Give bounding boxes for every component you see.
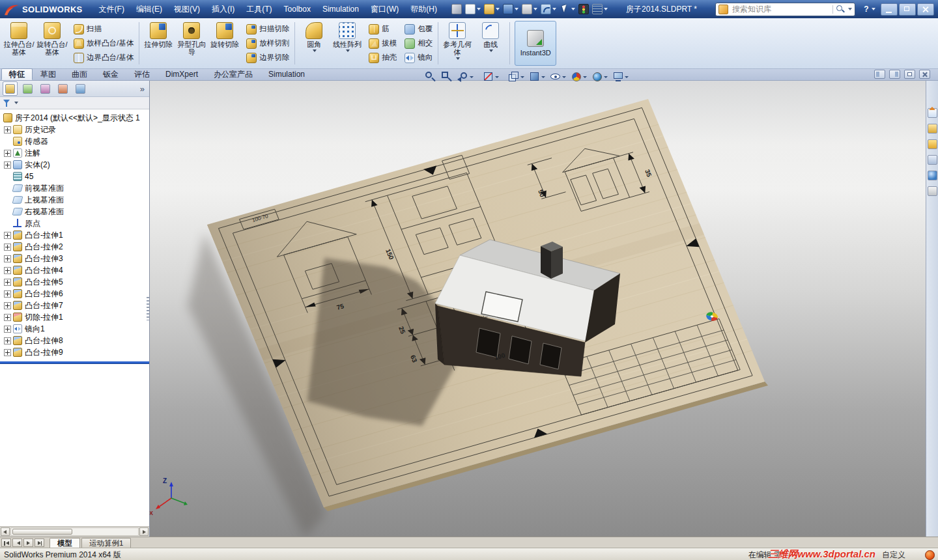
menu-item[interactable]: 插入(I) [206, 0, 240, 18]
tree-item[interactable]: 凸台-拉伸6 [0, 288, 149, 300]
pane-left-icon[interactable] [874, 70, 885, 79]
tree-item[interactable]: 注解 [0, 147, 149, 159]
undo-button[interactable] [540, 3, 557, 15]
previous-view-button[interactable] [456, 70, 475, 83]
model-tab[interactable]: 运动算例1 [81, 538, 131, 548]
file-explorer-icon[interactable] [928, 139, 937, 149]
sheet-properties-button[interactable] [591, 3, 608, 15]
refgeo-button[interactable]: 参考几何体 [441, 20, 474, 61]
scroll-prev-button[interactable] [12, 539, 22, 547]
menu-item[interactable]: Toolbox [278, 0, 317, 18]
tree-root-item[interactable]: 房子2014 (默认<<默认>_显示状态 1 [0, 112, 149, 124]
pattern-button[interactable]: 线性阵列 [331, 20, 363, 53]
tree-item[interactable]: 凸台-拉伸2 [0, 241, 149, 253]
knowledge-search[interactable] [715, 3, 855, 16]
stoplight-button[interactable] [578, 3, 590, 15]
revolve-button[interactable]: 旋转凸台/基体 [36, 20, 68, 57]
fillet-button[interactable]: 圆角 [298, 20, 330, 53]
draft-button[interactable]: 拔模 [367, 36, 399, 50]
status-custom-text[interactable]: 自定义 [882, 550, 905, 560]
expand-plus-icon[interactable] [4, 314, 11, 321]
hole-wizard-button[interactable]: 异型孔向导 [175, 20, 208, 57]
scrollbar-track[interactable] [10, 527, 139, 536]
expand-plus-icon[interactable] [4, 126, 11, 133]
home-icon[interactable] [928, 108, 937, 118]
dropdown-arrow-icon[interactable] [625, 76, 629, 78]
loft-button[interactable]: 放样凸台/基体 [72, 36, 135, 50]
expand-plus-icon[interactable] [4, 150, 11, 157]
restore-button[interactable] [899, 3, 916, 16]
tree-item[interactable]: 实体(2) [0, 159, 149, 171]
tree-item[interactable]: 上视基准面 [0, 194, 149, 206]
command-tab[interactable]: Simulation [261, 68, 313, 80]
apply-scene-button[interactable] [590, 70, 609, 83]
tree-item[interactable]: 镜向1 [0, 323, 149, 335]
boss-extrude-button[interactable]: 拉伸凸台/基体 [3, 20, 35, 57]
menu-item[interactable]: 视图(V) [168, 0, 206, 18]
sweep-button[interactable]: 扫描 [72, 22, 135, 36]
pane-right-icon[interactable] [889, 70, 900, 79]
scroll-last-button[interactable] [35, 539, 44, 547]
help-icon[interactable]: ? [862, 5, 871, 14]
intersect-button[interactable]: 相交 [403, 36, 434, 50]
tree-item[interactable]: 前视基准面 [0, 182, 149, 194]
expand-plus-icon[interactable] [4, 267, 11, 274]
appearances-icon[interactable] [928, 171, 937, 180]
dropdown-arrow-icon[interactable] [520, 76, 524, 78]
menu-item[interactable]: 文件(F) [93, 0, 130, 18]
new-document-button[interactable] [464, 3, 481, 15]
search-input[interactable] [731, 4, 830, 15]
design-library-icon[interactable] [928, 124, 937, 133]
command-tab[interactable]: 办公室产品 [206, 68, 261, 80]
pin-button[interactable] [451, 3, 462, 15]
search-scope-icon[interactable] [718, 5, 728, 14]
curves-button[interactable]: 曲线 [474, 20, 507, 53]
help-dropdown-arrow[interactable] [872, 8, 875, 10]
custom-properties-icon[interactable] [928, 186, 937, 196]
instant3d-button[interactable]: Instant3D [515, 21, 556, 66]
scrollbar-thumb[interactable] [12, 529, 72, 535]
dropdown-arrow-icon[interactable] [496, 8, 500, 10]
mirror-button[interactable]: 镜向 [403, 51, 434, 64]
hide-show-items-button[interactable] [548, 70, 567, 83]
tree-item[interactable]: 传感器 [0, 135, 149, 147]
menu-item[interactable]: 窗口(W) [365, 0, 405, 18]
command-tab[interactable]: 钣金 [95, 68, 126, 80]
shell-button[interactable]: 抽壳 [367, 51, 399, 64]
panel-horizontal-scrollbar[interactable] [0, 526, 149, 537]
tree-item[interactable]: 45 [0, 171, 149, 182]
minimize-button[interactable] [881, 3, 898, 16]
filter-funnel-icon[interactable] [3, 99, 11, 107]
tree-item[interactable]: 凸台-拉伸3 [0, 253, 149, 264]
scroll-left-button[interactable] [1, 527, 10, 536]
tree-item[interactable]: 历史记录 [0, 124, 149, 135]
feature-manager-tab[interactable] [3, 81, 18, 96]
splitter-grip[interactable] [147, 297, 149, 320]
tree-item[interactable]: 右视基准面 [0, 206, 149, 217]
property-manager-tab[interactable] [20, 81, 35, 96]
dropdown-arrow-icon[interactable] [583, 76, 587, 78]
dropdown-arrow-icon[interactable] [541, 76, 545, 78]
expand-plus-icon[interactable] [4, 302, 11, 309]
search-magnifier-icon[interactable] [836, 5, 845, 14]
rollback-bar[interactable] [0, 361, 149, 363]
rib-button[interactable]: 筋 [367, 22, 399, 36]
command-tab[interactable]: DimXpert [158, 68, 206, 80]
cut-loft-button[interactable]: 放样切割 [244, 36, 291, 50]
dropdown-arrow-icon[interactable] [604, 76, 608, 78]
close-button[interactable] [917, 3, 934, 16]
tree-item[interactable]: 凸台-拉伸8 [0, 335, 149, 346]
scroll-right-button[interactable] [139, 527, 149, 536]
expand-plus-icon[interactable] [4, 232, 11, 239]
edit-appearance-button[interactable] [569, 70, 588, 83]
open-button[interactable] [483, 3, 500, 15]
dropdown-arrow-icon[interactable] [604, 8, 608, 10]
expand-plus-icon[interactable] [4, 326, 11, 333]
tree-item[interactable]: 原点 [0, 217, 149, 229]
view-palette-icon[interactable] [928, 155, 937, 165]
expand-plus-icon[interactable] [4, 255, 11, 262]
dropdown-arrow-icon[interactable] [562, 76, 566, 78]
section-view-button[interactable] [481, 70, 500, 83]
dimxpert-manager-tab[interactable] [55, 81, 70, 96]
zoom-fit-button[interactable] [423, 70, 438, 83]
